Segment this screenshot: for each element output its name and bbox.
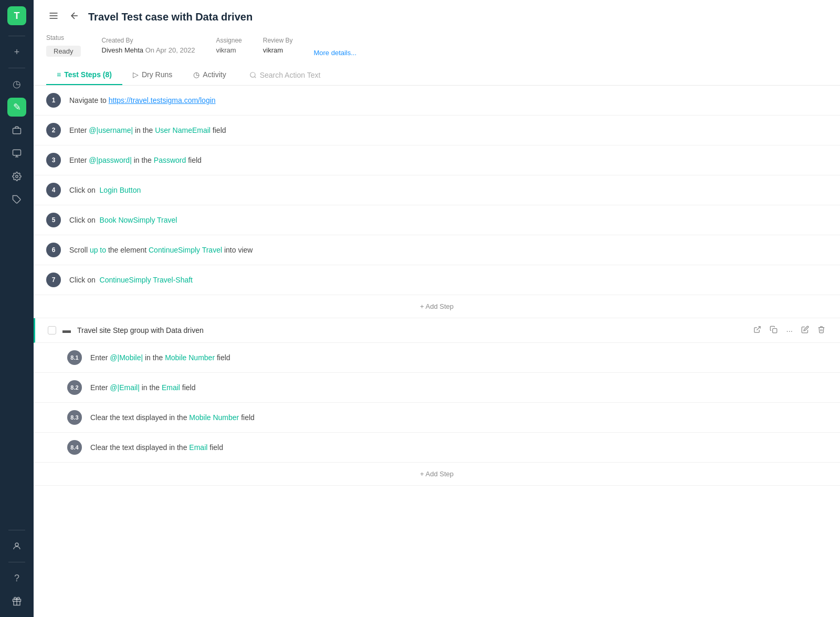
review-by-value: vikram (263, 46, 293, 54)
created-by-label: Created By (102, 37, 195, 44)
tab-test-steps[interactable]: ≡ Test Steps (8) (46, 65, 122, 85)
sub-step-row-8-1: 8.1 Enter @|Mobile| in the Mobile Number… (34, 343, 840, 373)
sidebar-bottom: ? (7, 528, 26, 611)
tabs-bar: ≡ Test Steps (8) ▷ Dry Runs ◷ Activity (46, 65, 827, 85)
svg-point-11 (250, 72, 255, 77)
step-group-label: Travel site Step group with Data driven (77, 326, 745, 334)
sub-step-text-8-3: Clear the text displayed in the Mobile N… (90, 413, 827, 422)
status-badge: Ready (46, 46, 81, 57)
created-by-meta: Created By Divesh Mehta On Apr 20, 2022 (102, 37, 195, 54)
sub-step-row-8-2: 8.2 Enter @|Email| in the Email field (34, 373, 840, 403)
page-title: Travel Test case with Data driven (88, 11, 253, 23)
step-5-element[interactable]: Book NowSimply Travel (100, 216, 177, 224)
step-number-7: 7 (46, 273, 61, 287)
step-1-url[interactable]: https://travel.testsigma.com/login (109, 96, 216, 104)
step-group-edit-button[interactable] (799, 325, 811, 336)
step-number-6: 6 (46, 243, 61, 257)
user-icon[interactable] (7, 537, 26, 556)
svg-rect-1 (13, 150, 21, 155)
back-button[interactable] (67, 8, 82, 26)
assignee-meta: Assignee vikram (216, 37, 242, 54)
puzzle-icon[interactable] (7, 190, 26, 209)
step-number-2: 2 (46, 123, 61, 138)
step-row-5: 5 Click on Book NowSimply Travel (34, 205, 840, 235)
svg-rect-14 (773, 329, 777, 333)
tab-dry-runs[interactable]: ▷ Dry Runs (122, 65, 183, 85)
step-number-5: 5 (46, 213, 61, 227)
sub-step-8-3-element[interactable]: Mobile Number (189, 413, 239, 422)
step-text-4: Click on Login Button (69, 186, 827, 194)
clock-icon[interactable]: ◷ (7, 75, 26, 93)
search-icon (249, 71, 257, 79)
step-2-element[interactable]: User NameEmail (155, 126, 211, 134)
sub-step-row-8-3: 8.3 Clear the text displayed in the Mobi… (34, 403, 840, 433)
search-action-input[interactable] (260, 71, 344, 79)
step-group-row: ▬ Travel site Step group with Data drive… (34, 318, 840, 343)
step-6-scroll-dir[interactable]: up to (90, 246, 106, 254)
step-row-2: 2 Enter @|username| in the User NameEmai… (34, 116, 840, 145)
sub-step-8-1-param: @|Mobile| (110, 353, 143, 362)
search-action-tab[interactable] (241, 67, 352, 83)
help-icon[interactable]: ? (7, 569, 26, 588)
status-meta: Status Ready (46, 34, 81, 57)
status-label: Status (46, 34, 81, 41)
sub-step-8-2-param: @|Email| (110, 383, 140, 392)
monitor-icon[interactable] (7, 144, 26, 163)
step-number-1: 1 (46, 93, 61, 108)
sub-step-8-1-element[interactable]: Mobile Number (165, 353, 215, 362)
edit-icon[interactable]: ✎ (7, 98, 26, 117)
step-3-element[interactable]: Password (154, 156, 186, 164)
more-details-link[interactable]: More details... (313, 49, 356, 57)
step-4-element[interactable]: Login Button (100, 186, 141, 194)
header-top: Travel Test case with Data driven (46, 8, 827, 26)
step-group-checkbox[interactable] (48, 326, 56, 334)
step-text-1: Navigate to https://travel.testsigma.com… (69, 96, 827, 104)
step-text-7: Click on ContinueSimply Travel-Shaft (69, 276, 827, 284)
step-group-external-link-button[interactable] (751, 325, 763, 336)
plus-icon[interactable]: + (7, 43, 26, 61)
step-row-4: 4 Click on Login Button (34, 175, 840, 205)
step-6-element[interactable]: ContinueSimply Travel (149, 246, 222, 254)
step-text-6: Scroll up to the element ContinueSimply … (69, 246, 827, 254)
sub-step-8-4-element[interactable]: Email (189, 443, 207, 452)
meta-row: Status Ready Created By Divesh Mehta On … (46, 34, 827, 57)
add-step-row-1: + Add Step (34, 295, 840, 318)
step-text-5: Click on Book NowSimply Travel (69, 216, 827, 224)
step-7-element[interactable]: ContinueSimply Travel-Shaft (100, 276, 193, 284)
step-group-copy-button[interactable] (768, 325, 780, 336)
step-text-2: Enter @|username| in the User NameEmail … (69, 126, 827, 134)
step-2-param: @|username| (89, 126, 133, 134)
sub-step-number-8-2: 8.2 (67, 380, 82, 395)
review-by-label: Review By (263, 37, 293, 44)
test-steps-icon: ≡ (57, 70, 61, 79)
sub-step-number-8-4: 8.4 (67, 440, 82, 455)
step-row-1: 1 Navigate to https://travel.testsigma.c… (34, 86, 840, 116)
svg-point-4 (15, 543, 18, 546)
dry-runs-icon: ▷ (133, 70, 139, 79)
review-by-meta: Review By vikram (263, 37, 293, 54)
gift-icon[interactable] (7, 592, 26, 611)
svg-point-2 (16, 175, 18, 178)
assignee-label: Assignee (216, 37, 242, 44)
svg-line-13 (757, 327, 761, 330)
step-row-6: 6 Scroll up to the element ContinueSimpl… (34, 235, 840, 265)
briefcase-icon[interactable] (7, 121, 26, 140)
sub-step-number-8-1: 8.1 (67, 350, 82, 365)
svg-line-12 (254, 77, 256, 78)
add-step-row-group: + Add Step (34, 463, 840, 486)
sub-step-text-8-1: Enter @|Mobile| in the Mobile Number fie… (90, 353, 827, 362)
step-group-delete-button[interactable] (815, 325, 827, 336)
step-group-more-button[interactable]: ··· (784, 325, 795, 336)
step-row-7: 7 Click on ContinueSimply Travel-Shaft (34, 265, 840, 295)
app-logo[interactable]: T (7, 6, 26, 25)
svg-rect-0 (13, 128, 21, 134)
settings-icon[interactable] (7, 167, 26, 186)
add-step-button-1[interactable]: + Add Step (412, 300, 462, 312)
sub-step-text-8-4: Clear the text displayed in the Email fi… (90, 443, 827, 452)
menu-button[interactable] (46, 8, 61, 26)
sub-step-8-2-element[interactable]: Email (162, 383, 180, 392)
created-by-value: Divesh Mehta On Apr 20, 2022 (102, 46, 195, 54)
sub-step-number-8-3: 8.3 (67, 410, 82, 425)
add-step-button-group[interactable]: + Add Step (412, 468, 462, 480)
tab-activity[interactable]: ◷ Activity (183, 65, 236, 85)
